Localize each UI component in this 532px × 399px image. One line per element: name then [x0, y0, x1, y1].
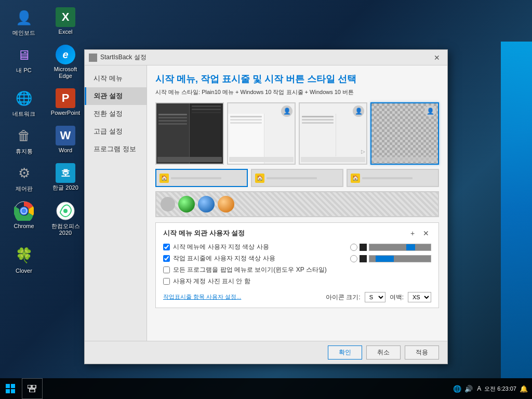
sidebar-item-start-menu[interactable]: 시작 메뉴: [85, 70, 147, 87]
checkbox-row-user-photo: 사용자 계정 사진 표시 안 함: [163, 277, 431, 286]
content-subtitle: 시작 메뉴 스타일: Plain10 메뉴 + Windows 10 작업 표시…: [155, 88, 439, 96]
orb-green[interactable]: [178, 196, 195, 212]
dialog-close-button[interactable]: ✕: [431, 52, 443, 63]
orbs-container: [155, 191, 439, 217]
style-thumb-4[interactable]: 👤: [370, 102, 439, 165]
svg-rect-13: [32, 385, 36, 388]
thumb4-avatar: 👤: [424, 105, 436, 117]
add-button[interactable]: +: [407, 228, 418, 238]
orb-placeholder: [161, 197, 175, 211]
color-slider-group-2: [350, 255, 431, 262]
checkbox-user-photo[interactable]: [163, 278, 170, 285]
svg-rect-10: [6, 389, 10, 393]
padding-select[interactable]: XS S M L: [408, 292, 431, 302]
style-thumbnails-small: 🏠 🏠 🏠: [155, 169, 439, 187]
sidebar-item-advanced[interactable]: 고급 설정: [85, 123, 147, 140]
color-circle-1: [350, 244, 357, 251]
dialog-title-icon: [89, 54, 97, 62]
svg-rect-8: [6, 384, 10, 388]
startisback-dialog: StartIsBack 설정 ✕ 시작 메뉴 외관 설정 전환 설정 고급 설정…: [84, 49, 448, 364]
icon-size-label: 아이콘 크기:: [326, 293, 361, 302]
thumb2-avatar: 👤: [281, 105, 292, 117]
svg-rect-11: [11, 389, 15, 393]
checkbox-all-programs-label: 모든 프로그램을 팝업 메뉴로 보이기(윈도우 XP 스타일): [173, 265, 431, 274]
keyboard-indicator: A: [477, 385, 481, 392]
start-button[interactable]: [0, 378, 21, 399]
icon-size-row: 아이콘 크기: S M L 여백: XS S M: [326, 292, 431, 302]
checkbox-row-taskbar-color: 작업 표시줄에 사용자 지정 색상 사용: [163, 254, 431, 263]
user-settings-close-button[interactable]: ✕: [421, 228, 431, 238]
sidebar-item-appearance[interactable]: 외관 설정: [85, 87, 147, 105]
svg-rect-14: [30, 389, 35, 392]
checkbox-row-menu-color: 시작 메뉴에 사용자 지정 색상 사용: [163, 243, 431, 251]
style-thumb-small-1[interactable]: 🏠: [155, 169, 248, 187]
style-thumb-3[interactable]: 👤 ▷: [299, 102, 367, 165]
system-time: 오전 6:23:07: [484, 385, 516, 393]
color-swatch-1: [360, 244, 367, 251]
speaker-icon: 🔊: [464, 385, 473, 393]
thumb3-avatar: 👤: [353, 105, 364, 117]
checkbox-all-programs[interactable]: [163, 267, 170, 273]
taskbar: 🌐 🔊 A 오전 6:23:07 🔔: [0, 378, 532, 399]
color-slider-group-1: [350, 244, 431, 251]
task-view-button[interactable]: [22, 378, 43, 399]
style-thumb-1[interactable]: [155, 102, 224, 165]
svg-rect-12: [28, 385, 31, 388]
dialog-title-text: StartIsBack 설정: [100, 53, 431, 62]
icon-size-select[interactable]: S M L: [365, 292, 385, 302]
network-icon: 🌐: [453, 385, 461, 393]
checkbox-user-photo-label: 사용자 계정 사진 표시 안 함: [173, 277, 431, 286]
style-thumb-small-2[interactable]: 🏠: [251, 169, 343, 187]
sidebar-item-transition[interactable]: 전환 설정: [85, 105, 147, 123]
color-slider-1[interactable]: [369, 244, 431, 251]
color-slider-2[interactable]: [369, 255, 431, 262]
dialog-sidebar: 시작 메뉴 외관 설정 전환 설정 고급 설정 프로그램 정보: [85, 65, 147, 341]
style-thumb-2[interactable]: 👤: [227, 102, 296, 165]
user-settings-section: 시작 메뉴 외관 사용자 설정 + ✕ 시작 메뉴에 사용자 지정 색상 사용: [155, 222, 439, 308]
user-settings-title: 시작 메뉴 외관 사용자 설정: [163, 229, 245, 238]
checkbox-menu-color[interactable]: [163, 244, 170, 250]
svg-rect-7: [91, 56, 93, 58]
color-swatch-2: [360, 255, 367, 262]
desktop: 👤 메인보드 X Excel 🖥 내 PC e MicrosoftEdge 🌐: [0, 0, 532, 399]
taskbar-settings-link[interactable]: 작업표시줄 항목 사용자 설정...: [163, 293, 241, 301]
cancel-button[interactable]: 취소: [366, 345, 401, 360]
checkbox-taskbar-color-label: 작업 표시줄에 사용자 지정 색상 사용: [173, 254, 347, 263]
sidebar-item-about[interactable]: 프로그램 정보: [85, 140, 147, 158]
checkbox-row-all-programs: 모든 프로그램을 팝업 메뉴로 보이기(윈도우 XP 스타일): [163, 265, 431, 274]
user-settings-header: 시작 메뉴 외관 사용자 설정 + ✕: [163, 228, 431, 238]
dialog-main-content: 시작 메뉴, 작업 표시줄 및 시작 버튼 스타일 선택 시작 메뉴 스타일: …: [147, 65, 447, 341]
orb-windows-orange[interactable]: [218, 196, 234, 212]
dialog-overlay: StartIsBack 설정 ✕ 시작 메뉴 외관 설정 전환 설정 고급 설정…: [0, 0, 532, 378]
taskbar-right: 🌐 🔊 A 오전 6:23:07 🔔: [453, 385, 532, 393]
apply-button[interactable]: 적용: [405, 345, 439, 360]
header-buttons: + ✕: [407, 228, 431, 238]
style-thumb-small-3[interactable]: 🏠: [347, 169, 439, 187]
padding-label: 여백:: [390, 293, 404, 302]
svg-rect-9: [11, 384, 15, 388]
checkbox-menu-color-label: 시작 메뉴에 사용자 지정 색상 사용: [173, 243, 347, 251]
style-thumbnails-grid: 👤: [155, 102, 439, 165]
orb-windows-blue[interactable]: [198, 196, 215, 212]
confirm-button[interactable]: 확인: [328, 345, 362, 360]
dialog-body: 시작 메뉴 외관 설정 전환 설정 고급 설정 프로그램 정보 시작 메뉴, 작…: [85, 65, 447, 341]
dialog-footer: 확인 취소 적용: [85, 341, 447, 364]
checkbox-taskbar-color[interactable]: [163, 255, 170, 262]
notification-icon: 🔔: [520, 385, 528, 393]
dialog-titlebar[interactable]: StartIsBack 설정 ✕: [85, 50, 447, 65]
color-circle-2: [350, 255, 357, 262]
content-title: 시작 메뉴, 작업 표시줄 및 시작 버튼 스타일 선택: [155, 73, 439, 85]
